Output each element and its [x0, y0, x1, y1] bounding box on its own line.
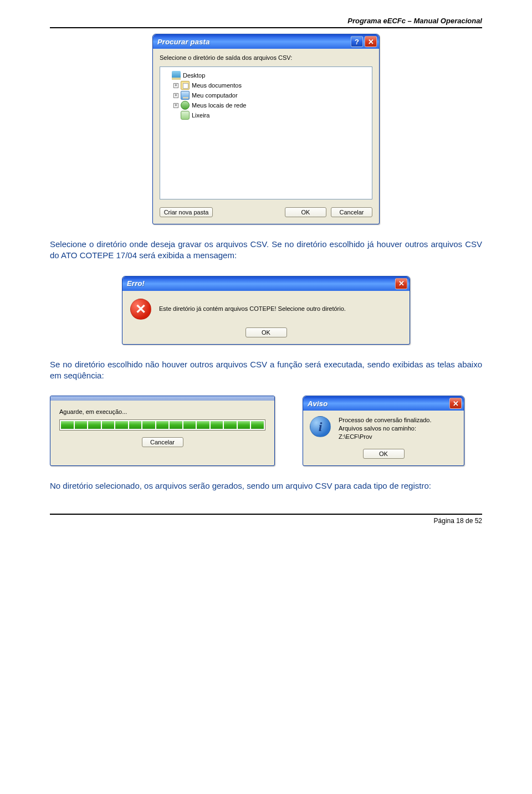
- paragraph-3: No diretório selecionado, os arquivos se…: [50, 480, 482, 491]
- tree-docs[interactable]: +Meus documentos: [162, 80, 370, 90]
- browse-prompt: Selecione o diretório de saída dos arqui…: [160, 54, 372, 61]
- network-icon: [181, 101, 190, 110]
- progress-segment: [88, 421, 101, 429]
- cancel-button[interactable]: Cancelar: [331, 207, 372, 217]
- cancel-button[interactable]: Cancelar: [142, 437, 183, 447]
- tree-desktop[interactable]: Desktop: [162, 70, 370, 80]
- close-button[interactable]: ✕: [395, 278, 407, 289]
- info-line1: Processo de conversão finalizado.: [339, 416, 432, 424]
- info-icon: i: [310, 416, 331, 437]
- tree-label-trash: Lixeira: [192, 112, 209, 119]
- close-button[interactable]: ✕: [365, 36, 377, 47]
- error-title: Erro!: [127, 279, 393, 288]
- error-titlebar: Erro! ✕: [122, 276, 410, 291]
- trash-icon: [181, 111, 190, 120]
- help-button[interactable]: ?: [351, 36, 363, 47]
- expand-icon[interactable]: +: [173, 93, 178, 98]
- progress-segment: [102, 421, 115, 429]
- progress-segment: [115, 421, 128, 429]
- progress-label: Aguarde, em execução...: [59, 408, 265, 415]
- browse-title: Procurar pasta: [157, 38, 349, 46]
- progress-dialog: Aguarde, em execução...: [50, 396, 275, 466]
- info-title: Aviso: [308, 399, 448, 408]
- progress-segment: [211, 421, 223, 429]
- footer-rule: [50, 514, 482, 515]
- info-dialog: Aviso ✕ i Processo de conversão finaliza…: [303, 396, 464, 466]
- ok-button[interactable]: OK: [245, 327, 287, 337]
- folder-tree[interactable]: Desktop +Meus documentos +Meu computador…: [160, 66, 372, 199]
- info-titlebar: Aviso ✕: [303, 396, 464, 411]
- info-line3: Z:\ECF\Prov: [339, 433, 432, 441]
- expand-icon[interactable]: +: [173, 103, 178, 108]
- browse-titlebar: Procurar pasta ? ✕: [153, 34, 379, 49]
- header-right: Manual Operacional: [413, 17, 482, 25]
- paragraph-2: Se no diretório escolhido não houver out…: [50, 359, 482, 382]
- close-button[interactable]: ✕: [449, 398, 462, 409]
- progress-segment: [238, 421, 250, 429]
- paragraph-1: Selecione o diretório onde deseja gravar…: [50, 239, 482, 262]
- progress-segment: [197, 421, 209, 429]
- computer-icon: [181, 91, 190, 100]
- tree-label-pc: Meu computador: [192, 92, 238, 99]
- progress-bar: [59, 419, 265, 431]
- desktop-icon: [172, 71, 181, 80]
- tree-label-docs: Meus documentos: [192, 82, 242, 89]
- new-folder-button[interactable]: Criar nova pasta: [160, 207, 213, 217]
- progress-header-strip: [50, 396, 274, 401]
- progress-segment: [156, 421, 169, 429]
- error-icon: ✕: [130, 299, 151, 320]
- tree-pc[interactable]: +Meu computador: [162, 90, 370, 100]
- progress-segment: [129, 421, 142, 429]
- header-sep: –: [406, 17, 413, 25]
- page-header: Programa eECFc – Manual Operacional: [50, 17, 482, 25]
- folder-icon: [181, 81, 190, 90]
- progress-segment: [224, 421, 237, 429]
- expand-icon[interactable]: +: [173, 83, 178, 88]
- progress-segment: [75, 421, 88, 429]
- info-line2: Arquivos salvos no caminho:: [339, 424, 432, 433]
- progress-segment: [142, 421, 155, 429]
- info-text: Processo de conversão finalizado. Arquiv…: [339, 416, 432, 441]
- error-text: Este diretório já contém arquivos COTEPE…: [159, 305, 346, 313]
- tree-net[interactable]: +Meus locais de rede: [162, 100, 370, 110]
- progress-segment: [61, 421, 74, 429]
- ok-button[interactable]: OK: [285, 207, 326, 217]
- error-dialog: Erro! ✕ ✕ Este diretório já contém arqui…: [122, 276, 410, 345]
- progress-segment: [183, 421, 196, 429]
- tree-label-desktop: Desktop: [183, 72, 205, 79]
- ok-button[interactable]: OK: [363, 449, 405, 459]
- tree-label-net: Meus locais de rede: [192, 102, 246, 109]
- page-footer: Página 18 de 52: [50, 517, 482, 525]
- progress-segment: [170, 421, 182, 429]
- header-left: Programa eECFc: [347, 17, 406, 25]
- tree-trash[interactable]: Lixeira: [162, 110, 370, 120]
- browse-folder-dialog: Procurar pasta ? ✕ Selecione o diretório…: [152, 34, 380, 224]
- header-rule: [50, 27, 482, 28]
- progress-segment: [251, 421, 264, 429]
